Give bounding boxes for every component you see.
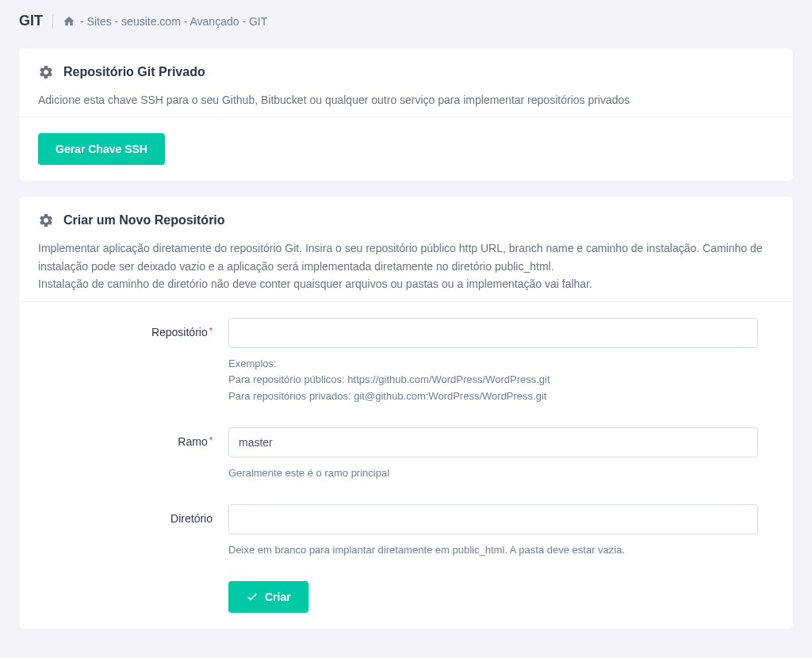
branch-label: Ramo* (38, 427, 228, 482)
gear-icon (38, 212, 54, 228)
breadcrumb-text: - Sites - seusite.com - Avançado - GIT (80, 15, 267, 28)
breadcrumb[interactable]: - Sites - seusite.com - Avançado - GIT (63, 15, 267, 28)
create-button[interactable]: Criar (228, 581, 308, 613)
repository-hint: Exemplos: Para repositório públicos: htt… (228, 356, 758, 405)
new-repo-title: Criar um Novo Repositório (63, 213, 225, 228)
check-icon (246, 591, 259, 603)
card-header: Criar um Novo Repositório (38, 212, 774, 228)
repository-field-row: Repositório* Exemplos: Para repositório … (38, 318, 774, 405)
repo-hint-line2: Para repositórios privados: git@github.c… (228, 390, 546, 402)
submit-row: Criar (38, 581, 774, 613)
private-repo-card: Repositório Git Privado Adicione esta ch… (19, 48, 793, 181)
repository-input[interactable] (228, 318, 758, 348)
repository-control: Exemplos: Para repositório públicos: htt… (228, 318, 774, 405)
new-repo-desc-line2: Instalação de caminho de diretório não d… (38, 277, 592, 290)
new-repo-desc-line1: Implementar aplicação diretamente do rep… (38, 242, 763, 272)
repository-label-text: Repositório (151, 326, 208, 339)
directory-label-text: Diretório (170, 512, 213, 525)
page-title: GIT (19, 13, 43, 29)
private-repo-description: Adicione esta chave SSH para o seu Githu… (38, 91, 774, 109)
branch-control: Geralmente este é o ramo principal (228, 427, 774, 482)
branch-hint: Geralmente este é o ramo principal (228, 465, 758, 482)
required-indicator: * (209, 326, 213, 335)
gear-icon (38, 64, 54, 80)
repository-label: Repositório* (38, 318, 228, 405)
directory-input[interactable] (228, 504, 758, 534)
directory-field-row: Diretório Deixe em branco para implantar… (38, 504, 774, 559)
directory-hint: Deixe em branco para implantar diretamen… (228, 542, 758, 559)
branch-input[interactable] (228, 427, 758, 457)
branch-field-row: Ramo* Geralmente este é o ramo principal (38, 427, 774, 482)
card-divider (19, 301, 793, 302)
repo-hint-title: Exemplos: (228, 358, 277, 369)
branch-label-text: Ramo (178, 435, 207, 448)
card-divider (19, 117, 793, 117)
page-header: GIT - Sites - seusite.com - Avançado - G… (0, 0, 812, 42)
generate-ssh-key-label: Gerar Chave SSH (56, 143, 147, 155)
header-separator (52, 14, 53, 29)
private-repo-title: Repositório Git Privado (63, 65, 205, 79)
directory-label: Diretório (38, 504, 228, 559)
directory-control: Deixe em branco para implantar diretamen… (228, 504, 774, 559)
required-indicator: * (209, 435, 213, 445)
submit-spacer (38, 581, 228, 613)
generate-ssh-key-button[interactable]: Gerar Chave SSH (38, 133, 165, 165)
create-button-label: Criar (265, 591, 291, 603)
repo-hint-line1: Para repositório públicos: https://githu… (228, 373, 550, 385)
new-repo-description: Implementar aplicação diretamente do rep… (38, 239, 774, 293)
card-header: Repositório Git Privado (38, 64, 774, 80)
home-icon (63, 15, 75, 28)
new-repo-card: Criar um Novo Repositório Implementar ap… (19, 197, 793, 628)
